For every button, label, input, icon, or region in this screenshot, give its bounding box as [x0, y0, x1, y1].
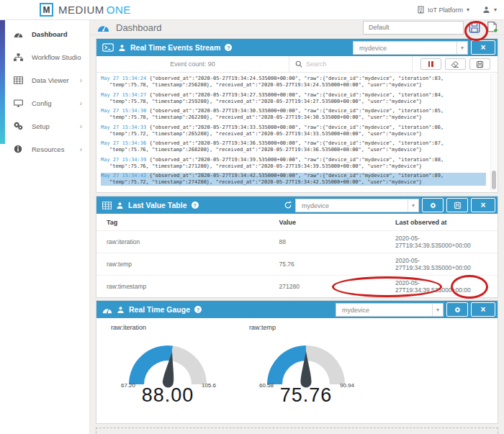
dashboard-icon — [14, 30, 24, 38]
event-log[interactable]: May 27 15:34:24 {"observed_at":"2020-05-… — [96, 73, 498, 192]
cell-last-observed: 2020-05-27T19:34:39.535000+00:00 — [385, 253, 498, 276]
events-stream-header: Real Time Events Stream ? mydevice ▾ × — [96, 39, 498, 56]
building-icon — [418, 6, 424, 14]
sidebar-item-label: Resources — [32, 145, 64, 153]
chevron-down-icon: ▾ — [456, 42, 467, 54]
add-dashboard-icon — [486, 21, 498, 34]
save-icon — [476, 60, 484, 68]
last-value-table-header: Last Value Table ? mydevice ▾ × — [96, 196, 498, 214]
log-entry-selected[interactable]: May 27 15:34:42 {"observed_at":"2020-05-… — [101, 173, 486, 186]
gauge-raw-temp: raw:temp 60.58 90.94 75.76 — [242, 322, 370, 423]
device-select[interactable]: mydevice ▾ — [336, 303, 444, 317]
gear-icon — [454, 306, 462, 314]
help-icon[interactable]: ? — [225, 44, 232, 51]
table-icon — [102, 202, 112, 209]
gears-icon — [14, 122, 24, 130]
sidebar-item-label: Workflow Studio — [32, 53, 81, 61]
platform-menu[interactable]: IoT Platform ▾ — [418, 6, 469, 14]
refresh-icon[interactable] — [284, 201, 292, 209]
gauge-title: raw:iteration — [111, 324, 232, 331]
medium-one-logo[interactable]: M MEDIUMONE — [40, 3, 131, 17]
gear-icon — [429, 202, 437, 209]
sidebar-item-label: Data Viewer — [32, 76, 69, 84]
help-icon[interactable]: ? — [194, 306, 202, 313]
table-row[interactable]: raw:timestamp 271280 2020-05-27T19:34:39… — [96, 276, 498, 298]
page-title: Dashboard — [116, 22, 162, 33]
user-menu[interactable]: ▾ — [482, 6, 497, 14]
log-entry[interactable]: May 27 15:34:27 {"observed_at":"2020-05-… — [101, 92, 486, 105]
table-row[interactable]: raw:temp 75.76 2020-05-27T19:34:39.53500… — [96, 253, 498, 276]
logo-m-icon: M — [40, 3, 53, 17]
cell-tag: raw:temp — [96, 253, 269, 276]
sidebar-accent-strip — [0, 20, 5, 144]
chevron-right-icon: › — [80, 76, 82, 84]
sidebar-item-label: Config — [32, 99, 51, 107]
scrollbar[interactable] — [490, 73, 497, 191]
dashboard-icon — [97, 22, 109, 32]
gauge-title: raw:temp — [249, 324, 370, 331]
save-dashboard-button[interactable] — [467, 20, 482, 35]
gauge-max-label: 105.6 — [202, 382, 216, 389]
chevron-down-icon: ▾ — [494, 6, 497, 13]
settings-button[interactable] — [446, 302, 468, 317]
sidebar-item-config[interactable]: Config › — [0, 91, 89, 114]
pause-stream-button[interactable] — [420, 58, 441, 70]
device-select-value: mydevice — [336, 304, 432, 316]
log-entry[interactable]: May 27 15:34:24 {"observed_at":"2020-05-… — [101, 76, 486, 89]
last-value-table-widget: Last Value Table ? mydevice ▾ × — [96, 196, 498, 298]
last-value-table: Tag Value Last observed at raw:iteration… — [96, 214, 498, 297]
sidebar-item-dashboard[interactable]: Dashboard — [0, 22, 89, 45]
chevron-down-icon: ▾ — [467, 6, 469, 13]
export-stream-button[interactable] — [469, 58, 490, 70]
clear-stream-button[interactable] — [445, 58, 466, 70]
page-titlebar: Dashboard — [90, 20, 504, 35]
save-widget-button[interactable] — [446, 198, 468, 212]
search-input[interactable] — [306, 60, 392, 68]
chevron-right-icon: › — [80, 99, 82, 107]
new-dashboard-button[interactable] — [485, 20, 499, 35]
sidebar-item-workflow-studio[interactable]: Workflow Studio — [0, 45, 89, 68]
log-entry[interactable]: May 27 15:34:33 {"observed_at":"2020-05-… — [101, 125, 486, 137]
search-box[interactable] — [289, 56, 413, 72]
column-header-tag: Tag — [96, 214, 269, 231]
close-widget-button[interactable]: × — [471, 40, 495, 55]
dashboard-name-input[interactable] — [363, 21, 464, 35]
app-window: M MEDIUMONE IoT Platform ▾ ▾ Dashboard — [0, 0, 504, 434]
info-icon — [14, 145, 24, 153]
events-toolbar: Event count: 90 — [96, 56, 498, 73]
settings-button[interactable] — [422, 198, 444, 212]
chevron-down-icon: ▾ — [408, 199, 418, 212]
gauge-body: raw:iteration 67.20 105.6 88.00 raw:temp — [96, 318, 498, 423]
sidebar-item-resources[interactable]: Resources › — [0, 137, 89, 161]
sidebar-item-setup[interactable]: Setup › — [0, 114, 89, 137]
chevron-right-icon: › — [80, 122, 82, 130]
log-entry[interactable]: May 27 15:34:30 {"observed_at":"2020-05-… — [101, 108, 486, 121]
user-icon — [117, 306, 125, 314]
gauge-max-label: 90.94 — [340, 382, 354, 389]
scrollbar-thumb[interactable] — [492, 171, 496, 189]
log-entry[interactable]: May 27 15:34:36 {"observed_at":"2020-05-… — [101, 140, 486, 153]
user-icon — [482, 6, 490, 14]
cell-last-observed: 2020-05-27T19:34:39.535000+00:00 — [385, 231, 498, 253]
table-row[interactable]: raw:iteration 88 2020-05-27T19:34:39.535… — [96, 231, 498, 253]
monitor-icon — [14, 99, 24, 107]
sidebar-item-label: Dashboard — [32, 30, 68, 38]
eraser-icon — [451, 60, 459, 68]
help-icon[interactable]: ? — [192, 202, 199, 209]
platform-label: IoT Platform — [428, 6, 463, 14]
sidebar-item-data-viewer[interactable]: Data Viewer › — [0, 68, 89, 91]
device-select[interactable]: mydevice ▾ — [295, 199, 419, 212]
save-icon — [454, 202, 462, 209]
app-header: M MEDIUMONE IoT Platform ▾ ▾ — [0, 0, 504, 20]
device-select[interactable]: mydevice ▾ — [353, 41, 468, 55]
widget-title: Last Value Table — [128, 201, 187, 209]
close-widget-button[interactable]: × — [471, 302, 495, 317]
cell-value: 75.76 — [269, 253, 386, 276]
events-stream-widget: Real Time Events Stream ? mydevice ▾ × E… — [96, 38, 498, 193]
sidebar: Dashboard Workflow Studio Data Viewer › … — [0, 20, 90, 434]
gauge-widget-header: Real Time Gauge ? mydevice ▾ × — [96, 301, 498, 318]
user-icon — [116, 202, 124, 209]
log-entry[interactable]: May 27 15:34:39 {"observed_at":"2020-05-… — [101, 157, 486, 170]
gauge-min-label: 60.58 — [259, 382, 274, 389]
close-widget-button[interactable]: × — [471, 198, 495, 212]
